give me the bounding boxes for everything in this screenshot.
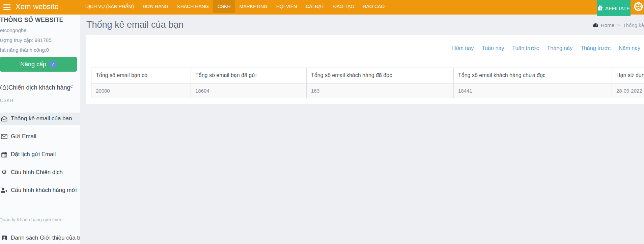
- globe-icon[interactable]: [634, 2, 643, 11]
- sidebar-item-send-email[interactable]: Gửi Email: [0, 130, 80, 143]
- affiliate-button[interactable]: AFFILIATE: [597, 0, 631, 16]
- top-navbar: Xem website DỊCH VỤ (SẢN PHẨM) ĐƠN HÀNG …: [0, 0, 644, 15]
- sidebar-item-schedule-email[interactable]: Đặt lịch gửi Email: [0, 148, 80, 161]
- sidebar-item-label: Cấu hình Chiến dịch: [11, 169, 63, 176]
- col-header-total-emails: Tổng số email bạn có: [91, 68, 191, 83]
- sidebar-item-referral-list[interactable]: Danh sách Giới thiệu của tôi: [0, 232, 80, 244]
- sidebar-item-label: Đặt lịch gửi Email: [11, 151, 56, 158]
- nav-item-cskh[interactable]: CSKH: [213, 0, 235, 13]
- nav-item-dao-tao[interactable]: ĐÀO TẠO: [329, 0, 359, 13]
- dashboard-icon: [593, 23, 598, 27]
- site-stat-traffic: ượng truy cập: 981785: [0, 35, 51, 45]
- site-stat-name: etcongnghe: [0, 25, 51, 35]
- view-website-link[interactable]: Xem website: [16, 2, 59, 11]
- gift-icon: [597, 5, 603, 11]
- breadcrumb-current: Thống kê email của bạn: [623, 22, 644, 28]
- email-stats-table: Tổng số email bạn có Tổng số email bạn đ…: [91, 68, 644, 98]
- user-plus-icon: [1, 188, 7, 193]
- filter-this-week[interactable]: Tuần này: [482, 45, 504, 51]
- chevron-left-icon: <: [69, 83, 73, 90]
- col-header-emails-unread: Tổng số email khách hàng chưa đọc: [454, 68, 612, 83]
- filter-this-month[interactable]: Tháng này: [547, 45, 573, 51]
- sidebar-item-campaign[interactable]: ( ) Chiến dịch khách hàng <: [0, 82, 80, 93]
- app-window: Xem website DỊCH VỤ (SẢN PHẨM) ĐƠN HÀNG …: [0, 0, 644, 244]
- affiliate-label: AFFILIATE: [605, 5, 630, 11]
- cell-emails-unread: 18441: [454, 83, 612, 98]
- nav-item-khach-hang[interactable]: KHÁCH HÀNG: [173, 0, 213, 13]
- sidebar-heading: THÔNG SỐ WEBSITE: [0, 17, 63, 24]
- cell-total-emails: 20000: [91, 83, 191, 98]
- sidebar-item-label: Cấu hình khách hàng mới: [11, 187, 77, 194]
- nav-item-marketing[interactable]: MARKETING: [235, 0, 272, 13]
- col-header-emails-sent: Tổng số email bạn đã gửi: [191, 68, 307, 83]
- top-nav-menu: DỊCH VỤ (SẢN PHẨM) ĐƠN HÀNG KHÁCH HÀNG C…: [81, 0, 389, 13]
- cell-emails-read: 163: [307, 83, 454, 98]
- sidebar-item-label: Gửi Email: [11, 133, 36, 140]
- sidebar-item-email-stats[interactable]: Thống kê email của bạn: [0, 113, 80, 125]
- flame-icon: [2, 85, 6, 90]
- menu-toggle-icon[interactable]: [3, 4, 11, 10]
- upgrade-button[interactable]: Nâng cấp ✓: [0, 57, 77, 72]
- sidebar-item-campaign-label: Chiến dịch khách hàng: [8, 84, 70, 91]
- section-label-referral: Quản lý Khách hàng giới thiệu: [0, 217, 62, 222]
- cell-emails-sent: 18604: [191, 83, 307, 98]
- calendar-icon: [1, 152, 7, 157]
- nav-item-don-hang[interactable]: ĐƠN HÀNG: [138, 0, 173, 13]
- sidebar-item-label: Danh sách Giới thiệu của tôi: [11, 235, 80, 241]
- filter-last-week[interactable]: Tuần trước: [512, 45, 539, 51]
- filter-this-year[interactable]: Năm nay: [619, 45, 640, 51]
- check-circle-icon: ✓: [49, 60, 57, 68]
- date-filter-links: Hôm nay Tuần này Tuần trước Tháng này Th…: [452, 45, 640, 51]
- upgrade-label: Nâng cấp: [20, 61, 46, 68]
- sidebar-item-label: Thống kê email của bạn: [11, 115, 72, 122]
- breadcrumb-separator: >: [617, 23, 620, 28]
- breadcrumb-home[interactable]: Home: [593, 22, 614, 28]
- sidebar-item-new-customer-config[interactable]: Cấu hình khách hàng mới: [0, 184, 80, 196]
- table-row: 20000 18604 163 18441 28-09-2022: [91, 83, 644, 98]
- envelope-icon: [1, 134, 7, 139]
- nav-item-bao-cao[interactable]: BÁO CÁO: [359, 0, 389, 13]
- flame-paren-icon: (: [0, 84, 2, 91]
- address-card-icon: [1, 235, 7, 241]
- filter-today[interactable]: Hôm nay: [452, 45, 474, 51]
- open-envelope-icon: [1, 116, 7, 122]
- site-stats: etcongnghe ượng truy cập: 981785 hả năng…: [0, 25, 51, 55]
- nav-item-dich-vu[interactable]: DỊCH VỤ (SẢN PHẨM): [81, 0, 138, 13]
- page-title: Thống kê email của bạn: [86, 20, 184, 30]
- cell-expiry-date: 28-09-2022: [612, 83, 644, 98]
- col-header-emails-read: Tổng số email khách hàng đã đọc: [307, 68, 454, 83]
- gear-icon: ⚙: [1, 169, 7, 175]
- content-panel: Hôm nay Tuần này Tuần trước Tháng này Th…: [86, 35, 644, 104]
- site-stat-success: hả năng thành công:0: [0, 45, 51, 55]
- sidebar: THÔNG SỐ WEBSITE etcongnghe ượng truy cậ…: [0, 15, 80, 244]
- nav-item-hoi-vien[interactable]: HỘI VIÊN: [272, 0, 301, 13]
- breadcrumb: Home > Thống kê email của bạn: [593, 22, 644, 28]
- section-label-cskh: CSKH: [0, 98, 13, 103]
- filter-last-month[interactable]: Tháng trước: [581, 45, 611, 51]
- nav-item-cai-dat[interactable]: CÀI ĐẶT: [301, 0, 329, 13]
- sidebar-item-campaign-config[interactable]: ⚙ Cấu hình Chiến dịch: [0, 166, 80, 178]
- breadcrumb-home-label: Home: [601, 22, 614, 28]
- col-header-expiry: Hạn sử dụng: [612, 68, 644, 83]
- table-header-row: Tổng số email bạn có Tổng số email bạn đ…: [91, 68, 644, 83]
